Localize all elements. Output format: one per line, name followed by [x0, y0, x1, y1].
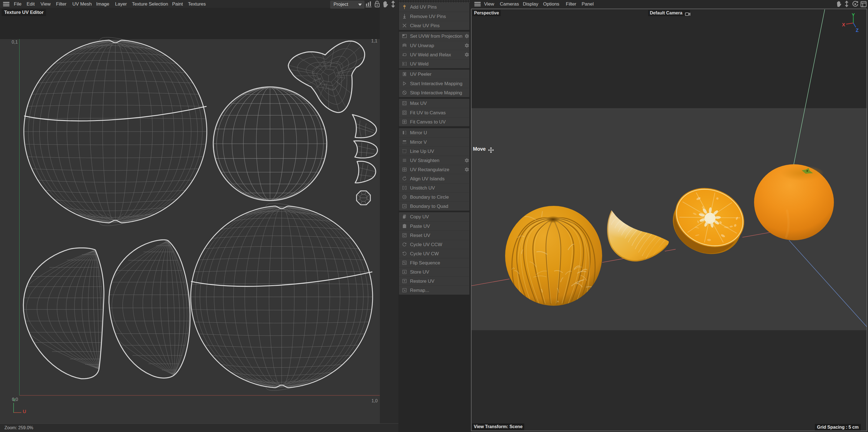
svg-text:X: X — [842, 22, 845, 27]
svg-text:Z: Z — [856, 28, 859, 33]
svg-text:Y: Y — [851, 12, 855, 18]
